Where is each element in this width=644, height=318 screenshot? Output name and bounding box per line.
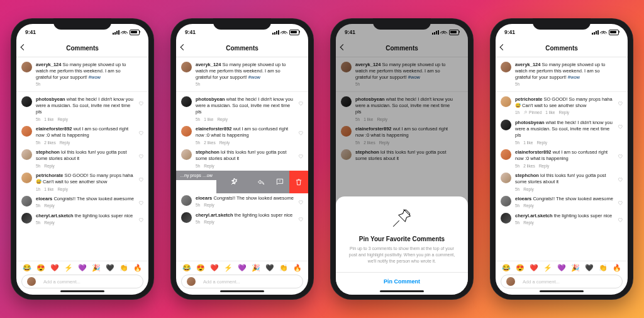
- avatar[interactable]: [181, 62, 192, 72]
- comment-row[interactable]: stephchon lol this looks fun! you gotta …: [496, 171, 628, 194]
- like-button[interactable]: [138, 130, 143, 135]
- comment-row[interactable]: photosbyean what the heck! I didn't know…: [496, 118, 628, 147]
- swipe-reply-button[interactable]: [252, 171, 270, 193]
- avatar[interactable]: [501, 173, 511, 183]
- emoji-option[interactable]: 😍: [516, 264, 525, 272]
- like-button[interactable]: [138, 177, 143, 182]
- emoji-option[interactable]: ❤️: [210, 264, 219, 272]
- username[interactable]: petrichorate: [36, 173, 63, 178]
- avatar[interactable]: [501, 62, 511, 72]
- emoji-option[interactable]: 💜: [557, 264, 566, 272]
- emoji-option[interactable]: 👏: [119, 264, 128, 272]
- reply-button[interactable]: Reply: [558, 110, 569, 116]
- username[interactable]: averyk_124: [515, 62, 540, 67]
- avatar[interactable]: [181, 96, 192, 107]
- emoji-option[interactable]: ⚡: [64, 264, 73, 272]
- reply-button[interactable]: Reply: [204, 220, 214, 225]
- avatar[interactable]: [181, 195, 192, 206]
- username[interactable]: cheryl.art.sketch: [515, 213, 553, 219]
- reply-button[interactable]: Reply: [44, 164, 55, 169]
- comment-input[interactable]: Add a comment...: [501, 275, 623, 288]
- reply-button[interactable]: Reply: [44, 220, 55, 226]
- like-count[interactable]: 1 like: [44, 187, 53, 193]
- comment-row[interactable]: elaineforster892 wut I am so confused ri…: [176, 124, 308, 147]
- comment-row-pinned[interactable]: petrichorate SO GOOD! So many props haha…: [496, 94, 628, 118]
- like-button[interactable]: [298, 154, 303, 159]
- hashtag[interactable]: #wow: [89, 74, 101, 80]
- comment-row[interactable]: cheryl.art.sketch the lighting looks sup…: [496, 211, 628, 228]
- comment-list[interactable]: averyk_124 So many people showed up to w…: [496, 57, 628, 261]
- username[interactable]: elaineforster892: [36, 126, 72, 132]
- emoji-option[interactable]: 😍: [196, 264, 205, 272]
- like-button[interactable]: [618, 200, 623, 205]
- comment-row-swiped[interactable]: …ny props …ow: [176, 171, 308, 193]
- emoji-option[interactable]: 🖤: [585, 264, 594, 272]
- comment-row[interactable]: petrichorate SO GOOD! So many props haha…: [16, 171, 148, 194]
- avatar[interactable]: [501, 149, 511, 160]
- emoji-option[interactable]: ⚡: [224, 264, 233, 272]
- reply-button[interactable]: Reply: [523, 187, 534, 193]
- emoji-option[interactable]: 🔥: [133, 264, 142, 272]
- back-button[interactable]: [181, 45, 187, 51]
- comment-input[interactable]: Add a comment...: [181, 275, 303, 288]
- like-button[interactable]: [298, 217, 303, 222]
- reply-button[interactable]: Reply: [523, 203, 534, 209]
- like-count[interactable]: 1 like: [523, 140, 533, 146]
- swipe-delete-button[interactable]: [289, 171, 308, 193]
- like-count[interactable]: 1 like: [44, 117, 53, 123]
- emoji-option[interactable]: 🎉: [92, 264, 101, 272]
- like-button[interactable]: [138, 217, 143, 222]
- like-button[interactable]: [618, 217, 623, 222]
- emoji-option[interactable]: 🖤: [265, 264, 274, 272]
- username[interactable]: photosbyean: [36, 96, 65, 102]
- comment-row[interactable]: elaineforster892 wut I am so confused ri…: [496, 147, 628, 171]
- avatar[interactable]: [21, 62, 32, 72]
- username[interactable]: averyk_124: [36, 62, 61, 67]
- emoji-option[interactable]: ⚡: [543, 264, 552, 272]
- avatar[interactable]: [181, 149, 192, 160]
- comment-row[interactable]: photosbyean what the heck! I didn't know…: [176, 94, 308, 124]
- pin-comment-button[interactable]: Pin Comment: [345, 272, 459, 285]
- reply-button[interactable]: Reply: [57, 187, 68, 193]
- avatar[interactable]: [21, 173, 32, 183]
- username[interactable]: stephchon: [515, 173, 539, 178]
- like-button[interactable]: [618, 124, 623, 129]
- reply-button[interactable]: Reply: [523, 220, 534, 226]
- swipe-report-button[interactable]: [270, 171, 289, 193]
- reply-button[interactable]: Reply: [204, 203, 214, 208]
- back-button[interactable]: [21, 45, 27, 51]
- comment-list[interactable]: averyk_124 So many people showed up to w…: [176, 57, 308, 261]
- username[interactable]: stephchon: [196, 149, 219, 155]
- comment-row[interactable]: eloears Congrats!! The show looked aweso…: [176, 193, 308, 210]
- emoji-option[interactable]: 🖤: [106, 264, 114, 272]
- avatar[interactable]: [501, 96, 511, 107]
- username[interactable]: photosbyean: [196, 96, 225, 102]
- like-button[interactable]: [618, 101, 623, 106]
- emoji-option[interactable]: 💜: [78, 264, 87, 272]
- username[interactable]: petrichorate: [515, 96, 542, 102]
- like-button[interactable]: [618, 154, 623, 159]
- like-button[interactable]: [618, 177, 623, 182]
- reply-button[interactable]: Reply: [60, 140, 70, 146]
- like-count[interactable]: 2 likes: [523, 164, 535, 169]
- emoji-option[interactable]: 🔥: [613, 264, 621, 272]
- username[interactable]: photosbyean: [515, 120, 545, 125]
- emoji-option[interactable]: 😍: [36, 264, 45, 272]
- avatar[interactable]: [21, 196, 32, 207]
- emoji-option[interactable]: 😂: [182, 264, 191, 272]
- emoji-option[interactable]: ❤️: [530, 264, 538, 272]
- swipe-pin-button[interactable]: [216, 171, 252, 193]
- username[interactable]: elaineforster892: [196, 126, 232, 132]
- avatar[interactable]: [21, 96, 32, 107]
- back-button[interactable]: [501, 45, 506, 51]
- emoji-shortcut-row[interactable]: 😂😍❤️⚡💜🎉🖤👏🔥: [181, 264, 303, 275]
- hashtag[interactable]: #wow: [568, 74, 580, 80]
- avatar[interactable]: [501, 213, 511, 224]
- avatar[interactable]: [501, 120, 511, 130]
- reply-button[interactable]: Reply: [539, 164, 550, 169]
- home-indicator[interactable]: [380, 290, 424, 293]
- username[interactable]: cheryl.art.sketch: [36, 213, 74, 219]
- comment-row[interactable]: photosbyean what the heck! I didn't know…: [16, 94, 148, 124]
- home-indicator[interactable]: [60, 290, 104, 293]
- like-count[interactable]: 1 like: [204, 117, 213, 123]
